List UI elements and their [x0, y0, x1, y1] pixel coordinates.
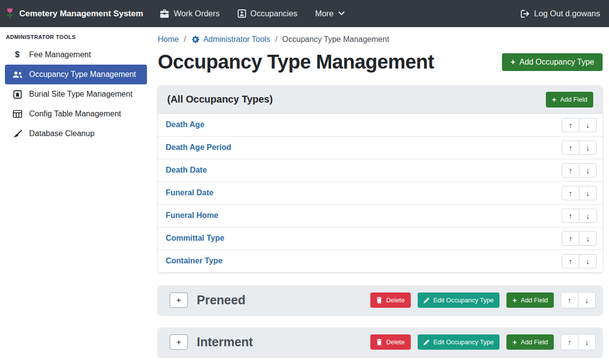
add-occupancy-type-button[interactable]: + Add Occupancy Type [502, 53, 603, 71]
reorder-controls: ↑ ↓ [562, 231, 597, 246]
field-row: Death Date ↑ ↓ [158, 159, 603, 182]
down-arrow-icon: ↓ [586, 235, 590, 242]
field-link[interactable]: Funeral Date [166, 188, 214, 197]
section-title: Preneed [197, 293, 246, 307]
table-icon [12, 110, 23, 118]
add-field-button[interactable]: + Add Field [506, 334, 554, 350]
nav-more[interactable]: More [315, 9, 345, 18]
app-brand[interactable]: Cemetery Management System [5, 7, 143, 20]
field-link[interactable]: Container Type [166, 256, 222, 265]
down-arrow-icon: ↓ [586, 212, 590, 219]
plus-icon: + [510, 58, 515, 66]
field-link[interactable]: Death Age [166, 120, 205, 129]
move-up-button[interactable]: ↑ [562, 141, 579, 155]
field-link[interactable]: Funeral Home [166, 211, 218, 220]
sidebar-item-config-table-management[interactable]: Config Table Management [5, 104, 147, 124]
button-label: Delete [386, 339, 405, 345]
edit-occupancy-type-button[interactable]: Edit Occupancy Type [418, 292, 500, 308]
down-arrow-icon: ↓ [586, 121, 590, 129]
delete-button[interactable]: Delete [370, 292, 411, 308]
page-title: Occupancy Type Management [158, 51, 434, 73]
move-up-button[interactable]: ↑ [562, 209, 579, 223]
sidebar-item-label: Fee Management [29, 50, 91, 59]
move-up-button[interactable]: ↑ [561, 334, 578, 350]
nav-work-orders[interactable]: Work Orders [160, 9, 219, 18]
down-arrow-icon: ↓ [586, 144, 590, 151]
sidebar-item-label: Occupancy Type Management [29, 70, 136, 79]
sidebar-item-database-cleanup[interactable]: Database Cleanup [5, 124, 147, 144]
card-header: (All Occupancy Types) + Add Field [158, 86, 603, 113]
reorder-controls: ↑ ↓ [562, 254, 597, 268]
breadcrumb-home-link[interactable]: Home [158, 35, 179, 44]
page-header: Occupancy Type Management + Add Occupanc… [158, 51, 603, 73]
sidebar-item-label: Config Table Management [29, 109, 121, 118]
breadcrumb-administrator-tools-link[interactable]: Administrator Tools [191, 35, 270, 44]
logout-button[interactable]: Log Out d.gowans [521, 9, 600, 18]
move-down-button[interactable]: ↓ [579, 186, 597, 200]
field-link[interactable]: Committal Type [166, 234, 224, 243]
move-up-button[interactable]: ↑ [562, 186, 579, 200]
add-field-button[interactable]: + Add Field [546, 92, 593, 108]
button-label: Add Field [560, 96, 587, 103]
move-down-button[interactable]: ↓ [579, 163, 597, 178]
button-label: Add Occupancy Type [519, 58, 594, 66]
down-arrow-icon: ↓ [586, 257, 590, 265]
field-row: Funeral Home ↑ ↓ [158, 204, 603, 227]
move-up-button[interactable]: ↑ [562, 118, 579, 132]
move-up-button[interactable]: ↑ [562, 254, 579, 268]
pencil-icon [424, 339, 430, 345]
up-arrow-icon: ↑ [569, 212, 573, 219]
breadcrumb: Home / Administrator Tools / Occupancy T… [158, 35, 603, 44]
delete-button[interactable]: Delete [370, 334, 411, 350]
app-title: Cemetery Management System [19, 9, 143, 19]
edit-occupancy-type-button[interactable]: Edit Occupancy Type [418, 334, 500, 350]
pencil-icon [424, 297, 430, 303]
expand-button[interactable]: + [170, 292, 188, 308]
up-arrow-icon: ↑ [569, 235, 573, 242]
up-arrow-icon: ↑ [569, 144, 573, 151]
down-arrow-icon: ↓ [585, 338, 589, 346]
all-occupancy-types-card: (All Occupancy Types) + Add Field Death … [158, 86, 603, 272]
reorder-controls: ↑ ↓ [562, 141, 597, 155]
nav-occupancies[interactable]: Occupancies [238, 9, 297, 18]
field-row: Committal Type ↑ ↓ [158, 227, 603, 250]
move-down-button[interactable]: ↓ [579, 209, 597, 223]
down-arrow-icon: ↓ [586, 189, 590, 197]
move-up-button[interactable]: ↑ [562, 163, 579, 178]
field-row: Death Age Period ↑ ↓ [158, 136, 603, 159]
plus-icon: + [177, 337, 181, 347]
move-down-button[interactable]: ↓ [579, 141, 597, 155]
sidebar-item-occupancy-type-management[interactable]: Occupancy Type Management [5, 65, 147, 84]
up-arrow-icon: ↑ [569, 121, 573, 129]
section-bar-preneed: + Preneed Delete [158, 286, 603, 315]
field-row: Funeral Date ↑ ↓ [158, 182, 603, 204]
dollar-icon: $ [12, 50, 23, 59]
move-up-button[interactable]: ↑ [562, 231, 579, 246]
reorder-controls: ↑ ↓ [561, 334, 596, 350]
move-up-button[interactable]: ↑ [561, 292, 578, 308]
flower-logo-icon [5, 7, 15, 20]
up-arrow-icon: ↑ [568, 338, 572, 346]
up-arrow-icon: ↑ [569, 167, 573, 174]
expand-button[interactable]: + [170, 334, 188, 350]
field-link[interactable]: Death Age Period [166, 143, 231, 152]
move-down-button[interactable]: ↓ [578, 292, 596, 308]
button-label: Add Field [521, 297, 548, 303]
work-orders-icon [160, 9, 169, 18]
occupancies-icon [238, 9, 246, 18]
move-down-button[interactable]: ↓ [579, 231, 597, 246]
button-label: Delete [386, 297, 405, 303]
sidebar-item-fee-management[interactable]: $ Fee Management [5, 45, 147, 65]
move-down-button[interactable]: ↓ [578, 334, 596, 350]
move-down-button[interactable]: ↓ [579, 254, 597, 268]
sidebar: Administrator Tools $ Fee Management Occ… [0, 27, 152, 364]
breadcrumb-current: Occupancy Type Management [282, 35, 389, 44]
section-title: Interment [197, 335, 253, 349]
trash-icon [376, 297, 382, 303]
move-down-button[interactable]: ↓ [579, 118, 597, 132]
field-link[interactable]: Death Date [166, 166, 207, 175]
up-arrow-icon: ↑ [568, 296, 572, 304]
reorder-controls: ↑ ↓ [561, 292, 596, 308]
add-field-button[interactable]: + Add Field [506, 292, 554, 308]
sidebar-item-burial-site-type-management[interactable]: Burial Site Type Management [5, 84, 147, 104]
